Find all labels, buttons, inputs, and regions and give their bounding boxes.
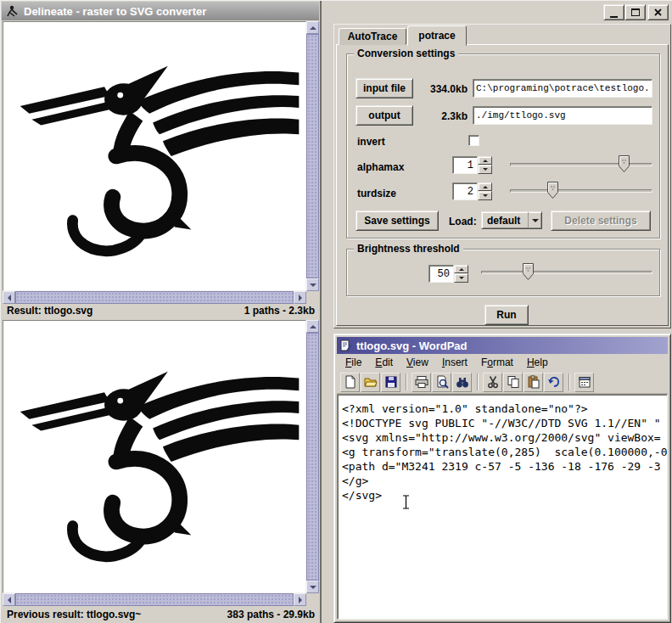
output-button-label: output: [368, 109, 400, 121]
alphamax-slider-thumb[interactable]: [619, 155, 630, 172]
close-button[interactable]: [647, 4, 669, 20]
alphamax-slider-track[interactable]: [510, 163, 652, 166]
maximize-button[interactable]: [624, 4, 646, 20]
screen: Delineate - raster to SVG converter: [0, 0, 672, 623]
brightness-value[interactable]: 50: [428, 265, 454, 283]
turdsize-slider[interactable]: [510, 181, 652, 201]
scroll-up-button[interactable]: [306, 21, 319, 34]
result-horizontal-scrollbar[interactable]: [3, 291, 306, 304]
menu-edit[interactable]: Edit: [368, 355, 400, 370]
alphamax-spin-down-button[interactable]: [478, 165, 492, 174]
brightness-slider-thumb[interactable]: [523, 263, 534, 280]
print-preview-button[interactable]: [432, 373, 451, 392]
scroll-down-button[interactable]: [306, 581, 319, 593]
output-file-size: 2.3kb: [418, 110, 468, 122]
scrollbar-thumb[interactable]: [306, 34, 319, 278]
tab-autotrace[interactable]: AutoTrace: [339, 28, 406, 45]
previous-horizontal-scrollbar[interactable]: [3, 593, 306, 606]
date-time-icon: [578, 375, 591, 389]
turdsize-slider-track[interactable]: [510, 189, 652, 193]
turdsize-spin-up-button[interactable]: [478, 182, 492, 191]
brightness-spin-up-button[interactable]: [454, 265, 468, 273]
undo-button[interactable]: [544, 373, 563, 392]
new-doc-button[interactable]: [340, 373, 360, 392]
conversion-settings-group: Conversion settings input file 334.0kb o…: [346, 53, 660, 239]
menu-file[interactable]: File: [339, 355, 368, 370]
paste-icon: [527, 375, 540, 389]
toolbar-separator: [477, 373, 479, 390]
alphamax-spin-up-button[interactable]: [478, 156, 492, 165]
save-settings-button[interactable]: Save settings: [356, 210, 439, 231]
menu-view[interactable]: View: [400, 355, 435, 370]
minimize-button[interactable]: [603, 4, 624, 20]
input-file-path-field[interactable]: [473, 79, 652, 98]
brightness-slider[interactable]: [481, 262, 652, 283]
previous-result-statusbar: Previous result: ttlogo.svg~ 383 paths -…: [3, 606, 319, 622]
invert-label: invert: [357, 136, 385, 148]
input-file-button[interactable]: input file: [356, 78, 413, 98]
result-stats: 1 paths - 2.3kb: [244, 305, 315, 317]
alphamax-slider[interactable]: [510, 154, 652, 175]
turdsize-value[interactable]: 2: [452, 182, 478, 200]
bird-logo-image: [17, 355, 302, 564]
save-button[interactable]: [381, 373, 400, 392]
copy-button[interactable]: [503, 373, 523, 392]
previous-vertical-scrollbar[interactable]: [306, 320, 319, 593]
load-settings-dropdown[interactable]: default: [481, 211, 542, 229]
wordpad-toolbar: [337, 371, 668, 394]
scrollbar-thumb[interactable]: [15, 593, 294, 606]
invert-checkbox[interactable]: [468, 135, 479, 146]
brightness-slider-track[interactable]: [481, 271, 652, 274]
toolbar-separator: [406, 373, 407, 390]
input-file-button-label: input file: [363, 82, 406, 94]
arrow-right-icon: [299, 295, 302, 301]
scroll-left-button[interactable]: [3, 593, 15, 606]
paste-button[interactable]: [524, 373, 543, 392]
scroll-up-button[interactable]: [306, 320, 319, 333]
open-folder-icon: [364, 375, 378, 389]
output-file-button[interactable]: output: [356, 105, 413, 126]
minimize-icon: [610, 16, 618, 18]
delineate-window: Delineate - raster to SVG converter: [0, 0, 322, 623]
date-time-button[interactable]: [574, 373, 594, 392]
turdsize-spinner: 2: [452, 182, 492, 200]
scroll-left-button[interactable]: [3, 291, 15, 304]
menu-format[interactable]: Format: [474, 355, 520, 370]
code-line: </g>: [342, 474, 663, 488]
output-file-path-field[interactable]: [473, 106, 652, 125]
menu-insert[interactable]: Insert: [435, 355, 474, 370]
scroll-right-button[interactable]: [294, 593, 306, 606]
scroll-down-button[interactable]: [306, 278, 319, 291]
load-label: Load:: [449, 216, 477, 227]
menu-help[interactable]: Help: [520, 355, 555, 370]
main-window-titlebar[interactable]: [322, 0, 672, 24]
cut-button[interactable]: [483, 373, 502, 392]
wordpad-titlebar[interactable]: ttlogo.svg - WordPad: [337, 337, 668, 354]
arrow-right-icon: [299, 597, 302, 603]
arrow-down-icon: [310, 283, 316, 287]
copy-icon: [507, 375, 520, 389]
arrow-down-icon: [459, 277, 464, 279]
turdsize-slider-thumb[interactable]: [547, 182, 558, 199]
alphamax-value[interactable]: 1: [452, 156, 478, 174]
tab-potrace[interactable]: potrace: [407, 25, 467, 46]
print-button[interactable]: [412, 373, 431, 392]
scrollbar-thumb[interactable]: [306, 333, 319, 581]
delineate-titlebar[interactable]: Delineate - raster to SVG converter: [2, 2, 319, 20]
delete-settings-button[interactable]: Delete settings: [551, 210, 651, 231]
result-vertical-scrollbar[interactable]: [306, 21, 319, 291]
alphamax-label: alphamax: [357, 161, 404, 173]
run-button[interactable]: Run: [484, 305, 529, 325]
run-button-label: Run: [496, 309, 516, 321]
wordpad-text-area[interactable]: <?xml version="1.0" standalone="no"?><!D…: [337, 394, 668, 620]
scroll-right-button[interactable]: [294, 291, 306, 304]
open-button[interactable]: [361, 373, 380, 392]
brightness-spin-down-button[interactable]: [454, 273, 468, 283]
arrow-down-icon: [483, 168, 488, 171]
turdsize-spin-down-button[interactable]: [478, 191, 492, 200]
find-button[interactable]: [452, 373, 472, 392]
load-selected-value: default: [482, 215, 528, 227]
scrollbar-thumb[interactable]: [15, 291, 294, 304]
dropdown-arrow-icon[interactable]: [528, 212, 541, 228]
conversion-settings-title: Conversion settings: [354, 48, 458, 59]
